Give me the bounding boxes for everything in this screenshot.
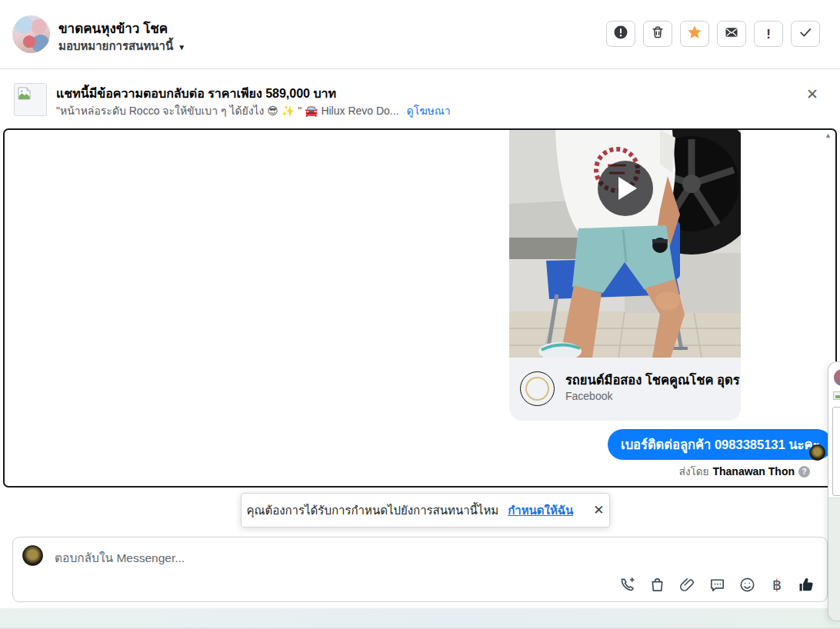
panel-content-box xyxy=(832,407,840,496)
sent-by-prefix: ส่งโดย xyxy=(679,463,709,480)
page-background-band xyxy=(0,607,840,629)
floating-panel-edge[interactable] xyxy=(828,361,840,621)
thumbs-up-icon[interactable] xyxy=(798,575,816,594)
payment-baht-icon[interactable]: ฿ xyxy=(768,575,786,594)
page-attribution-card[interactable]: รถยนต์มือสอง โชคคูณโชค อุดร Facebook xyxy=(509,358,741,421)
favorite-button[interactable] xyxy=(680,21,709,47)
page-avatar xyxy=(520,371,555,406)
panel-image-icon xyxy=(833,391,840,400)
composer-page-avatar xyxy=(22,545,43,566)
assign-conversation-dropdown[interactable]: มอบหมายการสนทนานี้▼ xyxy=(58,37,185,55)
assignment-question: คุณต้องการได้รับการกำหนดไปยังการสนทนานี้… xyxy=(246,501,498,520)
trash-icon xyxy=(650,25,665,43)
mark-done-button[interactable] xyxy=(791,21,820,47)
help-icon[interactable]: ? xyxy=(798,466,810,478)
sender-name: Thanawan Thon xyxy=(712,465,795,478)
assign-to-me-link[interactable]: กำหนดให้ฉัน xyxy=(508,501,573,520)
delete-button[interactable] xyxy=(643,21,672,47)
scroll-up-icon[interactable]: ▲ xyxy=(825,131,832,139)
report-spam-button[interactable] xyxy=(606,21,635,47)
close-icon[interactable]: ✕ xyxy=(806,85,818,103)
call-request-icon[interactable] xyxy=(618,575,636,594)
page-source: Facebook xyxy=(565,390,612,402)
ad-thumbnail xyxy=(14,83,47,116)
envelope-icon xyxy=(724,25,739,43)
contact-avatar[interactable] xyxy=(12,15,50,53)
page-name: รถยนต์มือสอง โชคคูณโชค อุดร xyxy=(565,370,740,390)
panel-avatar xyxy=(834,369,840,386)
message-scroll-area[interactable]: รถยนต์มือสอง โชคคูณโชค อุดร Facebook เบอ… xyxy=(3,128,837,488)
reply-composer: ตอบกลับใน Messenger... ฿ xyxy=(12,537,828,602)
products-bag-icon[interactable] xyxy=(648,575,666,594)
view-ad-link[interactable]: ดูโฆษณา xyxy=(407,105,451,117)
messenger-inbox-window: { "header": { "name": "ขาดคนหุงข้าว โชค"… xyxy=(0,0,840,629)
circle-exclamation-icon xyxy=(613,25,628,43)
attach-paperclip-icon[interactable] xyxy=(678,575,696,594)
emoji-smiley-icon[interactable] xyxy=(738,575,756,594)
reply-input[interactable]: ตอบกลับใน Messenger... xyxy=(55,548,185,567)
conversation-toolbar: ! xyxy=(606,21,820,47)
star-icon xyxy=(686,24,703,44)
chevron-down-icon: ▼ xyxy=(178,43,185,52)
saved-replies-icon[interactable] xyxy=(708,575,726,594)
exclamation-icon: ! xyxy=(766,28,771,41)
outgoing-message-bubble[interactable]: เบอร์ติดต่อลูกค้า 0983385131 นะคะ xyxy=(608,429,832,460)
ad-subtitle: "หน้าหล่อระดับ Rocco จะให้ขับเบา ๆ ได้ยั… xyxy=(56,102,451,119)
composer-action-row: ฿ xyxy=(618,575,816,594)
ad-quote: "หน้าหล่อระดับ Rocco จะให้ขับเบา ๆ ได้ยั… xyxy=(56,105,399,117)
seen-indicator-avatar xyxy=(809,444,825,461)
play-button[interactable] xyxy=(598,161,653,216)
assign-label: มอบหมายการสนทนานี้ xyxy=(58,39,173,52)
conversation-header: ขาดคนหุงข้าว โชค มอบหมายการสนทนานี้▼ xyxy=(0,0,840,69)
sent-by-line: ส่งโดย Thanawan Thon ? xyxy=(679,463,810,480)
check-icon xyxy=(798,25,813,43)
mark-unread-button[interactable] xyxy=(717,21,746,47)
contact-name: ขาดคนหุงข้าว โชค xyxy=(58,18,168,38)
play-icon xyxy=(618,177,637,200)
ad-title: แชทนี้มีข้อความตอบกลับต่อ ราคาเพียง 589,… xyxy=(56,84,336,103)
close-icon[interactable]: ✕ xyxy=(593,502,604,518)
panel-lower-section xyxy=(828,498,840,621)
message-text: เบอร์ติดต่อลูกค้า 0983385131 นะคะ xyxy=(621,434,819,454)
flag-follow-up-button[interactable]: ! xyxy=(754,21,783,47)
assignment-prompt: คุณต้องการได้รับการกำหนดไปยังการสนทนานี้… xyxy=(241,493,610,527)
ad-context-banner: แชทนี้มีข้อความตอบกลับต่อ ราคาเพียง 589,… xyxy=(0,70,840,128)
